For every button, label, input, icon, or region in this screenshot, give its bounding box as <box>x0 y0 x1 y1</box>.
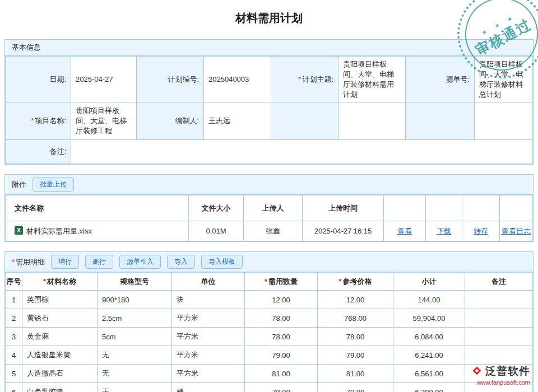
basic-info-section-title: 基本信息 <box>12 43 41 53</box>
required-mark: * <box>31 116 34 125</box>
details-header-row: 序号 *材料名称 规格型号 单位 *需用数量 *参考价格 小计 备注 <box>6 273 533 291</box>
detail-cell: 人造银星米黄 <box>22 346 98 365</box>
vendor-brand-name: 泛普软件 <box>485 364 530 379</box>
detail-row: 3黄金麻5cm平方米78.0078.006,084.00 <box>6 328 533 346</box>
col-header-empty <box>384 195 426 221</box>
uploader-cell: 张鑫 <box>244 221 303 241</box>
project-name-value: 贵阳项目样板间、大堂、电梯厅装修工程 <box>71 102 137 140</box>
col-header-subtotal: 小计 <box>393 273 465 291</box>
attachments-section: 附件 批量上传 文件名称 文件大小 上传人 上传时间 <box>4 174 534 242</box>
detail-cell: 79.00 <box>318 346 393 365</box>
detail-cell: 黄锈石 <box>22 309 98 328</box>
col-header-required-qty: *需用数量 <box>245 273 318 291</box>
excel-file-icon: X <box>15 226 23 236</box>
attachment-row: X 材料实际需用量.xlsx 0.01M 张鑫 2025-04-27 16:15… <box>6 221 533 241</box>
detail-cell: 人造微晶石 <box>22 365 98 383</box>
creator-value: 王志远 <box>204 102 271 140</box>
source-import-button[interactable]: 源单引入 <box>119 255 161 269</box>
creator-label: 编制人: <box>137 102 204 140</box>
required-mark: * <box>43 277 46 286</box>
col-header-uploader: 上传人 <box>244 195 303 221</box>
detail-cell: 无 <box>98 365 172 383</box>
col-header-unit: 单位 <box>172 273 245 291</box>
detail-row: 5人造微晶石无平方米81.0081.006,561.00 <box>6 365 533 383</box>
project-name-value-text: 贵阳项目样板间、大堂、电梯厅装修工程 <box>76 106 127 135</box>
project-name-label: *项目名称: <box>6 102 71 140</box>
delete-row-button[interactable]: 删行 <box>85 255 113 269</box>
empty-label-cell <box>406 102 475 140</box>
transfer-action-cell: 转存 <box>462 221 500 241</box>
col-header-material-name: *材料名称 <box>22 273 98 291</box>
import-template-button[interactable]: 导入模板 <box>201 255 243 269</box>
basic-info-table: 日期: 2025-04-27 计划编号: 2025040003 *计划主题: 贵… <box>5 56 533 164</box>
detail-row: 4人造银星米黄无平方米79.0079.006,241.00 <box>6 346 533 365</box>
detail-cell <box>465 291 533 309</box>
detail-row: 2黄锈石2.5cm平方米78.00768.0059,904.00 <box>6 309 533 328</box>
col-header-spec-model: 规格型号 <box>98 273 172 291</box>
detail-row: 6白色乳胶漆无桶79.0079.006,399.00 <box>6 383 533 392</box>
detail-cell: 5cm <box>98 328 172 346</box>
subject-label: *计划主题: <box>271 57 338 102</box>
download-action-cell: 下载 <box>426 221 462 241</box>
detail-cell: 78.00 <box>245 309 318 328</box>
detail-cell: 英国棕 <box>22 291 98 309</box>
detail-cell <box>465 346 533 365</box>
details-section-title-text: 需用明细 <box>16 258 45 266</box>
detail-row: 1英国棕900*180块12.0012.00144.00 <box>6 291 533 309</box>
remark-label-text: 备注: <box>49 147 66 156</box>
details-section: *需用明细 增行 删行 源单引入 导入 导入模板 序号 *材料名称 规格型号 单… <box>4 251 534 392</box>
detail-cell: 平方米 <box>172 365 245 383</box>
plan-no-value-text: 2025040003 <box>208 75 249 83</box>
transfer-link[interactable]: 转存 <box>474 227 488 235</box>
batch-upload-button[interactable]: 批量上传 <box>33 178 74 192</box>
download-link[interactable]: 下载 <box>437 227 451 235</box>
basic-info-row-1: 日期: 2025-04-27 计划编号: 2025040003 *计划主题: 贵… <box>6 57 533 102</box>
detail-cell: 79.00 <box>318 383 393 392</box>
col-header-file-name: 文件名称 <box>6 195 189 221</box>
material-plan-page: 材料需用计划 ★ ★ ★ 审核通过 基本信息 日期: 2025-04-27 计划… <box>0 0 538 392</box>
detail-cell: 4 <box>6 346 22 365</box>
detail-cell: 块 <box>172 291 245 309</box>
detail-cell: 6,241.00 <box>393 346 465 365</box>
vendor-logo-icon <box>471 365 483 378</box>
empty-value-cell <box>475 102 533 140</box>
detail-cell: 79.00 <box>245 383 318 392</box>
detail-cell: 3 <box>6 328 22 346</box>
view-log-link[interactable]: 查看日志 <box>502 227 531 235</box>
date-value-text: 2025-04-27 <box>76 75 113 83</box>
remark-value <box>71 140 533 164</box>
view-action-cell: 查看 <box>384 221 426 241</box>
detail-cell: 1 <box>6 291 22 309</box>
detail-cell: 平方米 <box>172 346 245 365</box>
file-size-cell: 0.01M <box>189 221 244 241</box>
date-value: 2025-04-27 <box>71 57 137 102</box>
col-header-empty <box>426 195 462 221</box>
detail-cell <box>465 309 533 328</box>
detail-cell: 59,904.00 <box>393 309 465 328</box>
col-header-ref-price: *参考价格 <box>318 273 393 291</box>
file-name-cell: X 材料实际需用量.xlsx <box>6 221 189 241</box>
required-mark: * <box>12 258 15 266</box>
file-name-text: 材料实际需用量.xlsx <box>26 226 92 236</box>
view-link[interactable]: 查看 <box>397 227 412 235</box>
detail-cell: 6,084.00 <box>393 328 465 346</box>
vendor-website: www.fanpusoft.com <box>471 379 530 386</box>
page-title: 材料需用计划 <box>0 10 538 26</box>
col-header-seq: 序号 <box>6 273 22 291</box>
vendor-watermark: 泛普软件 www.fanpusoft.com <box>471 364 530 386</box>
detail-cell: 无 <box>98 383 172 392</box>
col-header-material-name-text: 材料名称 <box>47 277 76 286</box>
detail-cell: 81.00 <box>245 365 318 383</box>
source-no-label-text: 源单号: <box>446 75 470 83</box>
col-header-file-size: 文件大小 <box>189 195 244 221</box>
empty-label-cell <box>271 102 338 140</box>
details-table-body: 1英国棕900*180块12.0012.00144.002黄锈石2.5cm平方米… <box>6 291 533 392</box>
import-button[interactable]: 导入 <box>167 255 195 269</box>
required-mark: * <box>298 75 301 83</box>
subject-label-text: 计划主题: <box>302 75 333 83</box>
detail-cell <box>465 328 533 346</box>
basic-info-row-3: 备注: <box>6 140 533 164</box>
add-row-button[interactable]: 增行 <box>51 255 79 269</box>
detail-cell: 无 <box>98 346 172 365</box>
basic-info-header-bar: 基本信息 <box>5 40 533 56</box>
